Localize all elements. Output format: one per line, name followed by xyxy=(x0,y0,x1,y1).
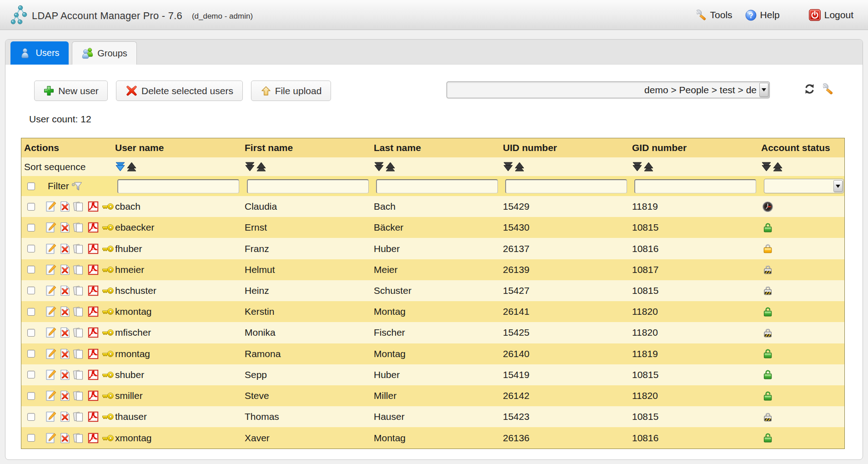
edit-button[interactable] xyxy=(45,390,56,401)
pdf-button[interactable] xyxy=(88,348,99,359)
copy-button[interactable] xyxy=(73,222,84,233)
edit-button[interactable] xyxy=(45,369,56,380)
sort-up-icon[interactable] xyxy=(514,161,525,172)
logout-link[interactable]: Logout xyxy=(809,9,853,21)
file-upload-button[interactable]: File upload xyxy=(251,81,331,101)
tree-suffix-select[interactable]: demo > People > test > de xyxy=(447,81,770,98)
row-checkbox[interactable] xyxy=(27,266,35,273)
delete-button[interactable] xyxy=(60,327,70,338)
sort-up-icon[interactable] xyxy=(773,161,783,172)
pdf-button[interactable] xyxy=(88,285,99,296)
col-header-first-name[interactable]: First name xyxy=(242,138,371,157)
pdf-button[interactable] xyxy=(88,201,99,212)
sort-up-icon[interactable] xyxy=(256,161,266,172)
sort-down-icon[interactable] xyxy=(245,161,255,172)
delete-button[interactable] xyxy=(60,306,70,317)
pdf-button[interactable] xyxy=(88,222,99,233)
user-name-link[interactable]: cbach xyxy=(115,201,140,212)
delete-button[interactable] xyxy=(60,433,70,444)
pdf-button[interactable] xyxy=(88,433,99,444)
copy-button[interactable] xyxy=(73,285,84,296)
row-checkbox[interactable] xyxy=(27,350,35,358)
filter-input-gid-number[interactable] xyxy=(634,179,756,193)
copy-button[interactable] xyxy=(73,243,84,254)
pdf-button[interactable] xyxy=(88,327,99,338)
funnel-icon[interactable] xyxy=(71,181,83,192)
row-checkbox[interactable] xyxy=(27,287,35,294)
pdf-button[interactable] xyxy=(88,411,99,422)
edit-button[interactable] xyxy=(45,411,56,422)
user-name-link[interactable]: xmontag xyxy=(115,433,152,444)
user-name-link[interactable]: thauser xyxy=(115,411,147,422)
row-checkbox[interactable] xyxy=(27,245,35,252)
sort-down-icon-active[interactable] xyxy=(115,161,125,172)
delete-button[interactable] xyxy=(60,243,70,254)
row-checkbox[interactable] xyxy=(27,392,35,400)
col-header-user-name[interactable]: User name xyxy=(112,138,242,157)
sort-up-icon[interactable] xyxy=(126,161,137,172)
list-settings-wrench-icon[interactable] xyxy=(822,83,833,95)
filter-input-user-name[interactable] xyxy=(117,179,239,193)
user-name-link[interactable]: hschuster xyxy=(115,285,156,296)
user-name-link[interactable]: kmontag xyxy=(115,306,152,317)
refresh-icon[interactable] xyxy=(804,84,815,94)
tab-groups[interactable]: Groups xyxy=(72,41,137,65)
delete-button[interactable] xyxy=(60,222,70,233)
row-checkbox[interactable] xyxy=(27,308,35,316)
user-name-link[interactable]: ebaecker xyxy=(115,222,154,233)
delete-button[interactable] xyxy=(60,348,70,359)
filter-select-account-status[interactable] xyxy=(764,179,844,193)
delete-button[interactable] xyxy=(60,201,70,212)
row-checkbox[interactable] xyxy=(27,413,35,421)
pdf-button[interactable] xyxy=(88,264,99,275)
copy-button[interactable] xyxy=(73,201,84,212)
help-link[interactable]: Help xyxy=(745,10,780,21)
row-checkbox[interactable] xyxy=(27,224,35,232)
edit-button[interactable] xyxy=(45,243,56,254)
edit-button[interactable] xyxy=(45,306,56,317)
edit-button[interactable] xyxy=(45,327,56,338)
copy-button[interactable] xyxy=(73,264,84,275)
user-name-link[interactable]: fhuber xyxy=(115,243,142,254)
sort-down-icon[interactable] xyxy=(374,161,384,172)
filter-input-first-name[interactable] xyxy=(247,179,369,193)
delete-button[interactable] xyxy=(60,369,70,380)
sort-down-icon[interactable] xyxy=(632,161,642,172)
select-all-checkbox[interactable] xyxy=(27,182,35,190)
sort-down-icon[interactable] xyxy=(503,161,513,172)
tools-link[interactable]: Tools xyxy=(695,10,733,21)
pdf-button[interactable] xyxy=(88,369,99,380)
copy-button[interactable] xyxy=(73,306,84,317)
pdf-button[interactable] xyxy=(88,306,99,317)
edit-button[interactable] xyxy=(45,222,56,233)
row-checkbox[interactable] xyxy=(27,371,35,378)
tab-users[interactable]: Users xyxy=(10,41,69,65)
delete-button[interactable] xyxy=(60,411,70,422)
copy-button[interactable] xyxy=(73,369,84,380)
user-name-link[interactable]: rmontag xyxy=(115,348,150,359)
copy-button[interactable] xyxy=(73,390,84,401)
new-user-button[interactable]: New user xyxy=(34,81,108,101)
col-header-uid-number[interactable]: UID number xyxy=(500,138,629,157)
sort-down-icon[interactable] xyxy=(761,161,772,172)
col-header-gid-number[interactable]: GID number xyxy=(629,138,758,157)
col-header-last-name[interactable]: Last name xyxy=(371,138,500,157)
user-name-link[interactable]: mfischer xyxy=(115,327,151,338)
copy-button[interactable] xyxy=(73,327,84,338)
filter-input-last-name[interactable] xyxy=(376,179,498,193)
pdf-button[interactable] xyxy=(88,390,99,401)
edit-button[interactable] xyxy=(45,285,56,296)
copy-button[interactable] xyxy=(73,348,84,359)
col-header-actions[interactable]: Actions xyxy=(21,138,112,157)
user-name-link[interactable]: smiller xyxy=(115,390,143,401)
edit-button[interactable] xyxy=(45,348,56,359)
delete-button[interactable] xyxy=(60,390,70,401)
edit-button[interactable] xyxy=(45,264,56,275)
row-checkbox[interactable] xyxy=(27,329,35,337)
filter-input-uid-number[interactable] xyxy=(505,179,627,193)
edit-button[interactable] xyxy=(45,433,56,444)
copy-button[interactable] xyxy=(73,433,84,444)
edit-button[interactable] xyxy=(45,201,56,212)
sort-up-icon[interactable] xyxy=(643,161,654,172)
row-checkbox[interactable] xyxy=(27,203,35,211)
